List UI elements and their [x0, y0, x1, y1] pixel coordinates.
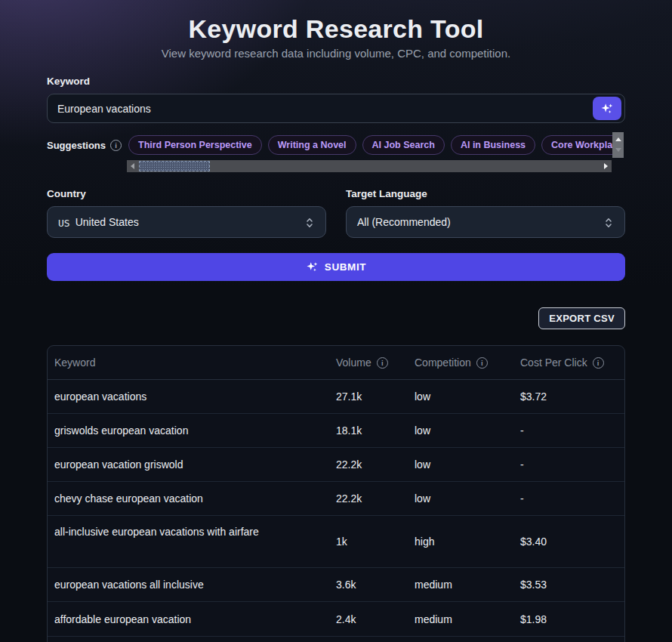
- table-row: griswolds european vacation18.1klow-: [48, 414, 624, 448]
- cell-cpc: $3.53: [513, 579, 624, 591]
- column-header: Keyword: [48, 356, 329, 369]
- cell-volume: 18.1k: [329, 424, 408, 437]
- suggestion-chip[interactable]: Writing a Novel: [268, 135, 356, 155]
- scroll-down-arrow-icon[interactable]: [615, 148, 621, 152]
- suggestions-horizontal-scrollbar[interactable]: [127, 160, 612, 172]
- suggestions-block: Suggestions i Third Person PerspectiveWr…: [47, 132, 625, 158]
- info-icon[interactable]: i: [476, 357, 488, 369]
- sparkles-icon: [600, 102, 614, 116]
- cell-keyword: european vacations: [48, 390, 329, 403]
- language-field: Target Language All (Recommended): [346, 188, 625, 238]
- export-row: EXPORT CSV: [47, 307, 625, 329]
- scroll-up-arrow-icon[interactable]: [615, 137, 621, 141]
- language-select[interactable]: All (Recommended): [346, 206, 625, 238]
- column-header-label: Volume: [336, 356, 371, 369]
- cell-competition: high: [408, 536, 513, 548]
- scroll-right-arrow-icon[interactable]: [604, 163, 608, 169]
- suggestion-chip[interactable]: AI Job Search: [362, 135, 445, 155]
- submit-button[interactable]: SUBMIT: [47, 253, 625, 281]
- scrollbar-thumb[interactable]: [139, 161, 210, 171]
- suggestion-chip[interactable]: Third Person Perspective: [128, 135, 262, 155]
- sparkles-icon: [306, 261, 319, 273]
- suggestions-label: Suggestions: [47, 140, 106, 151]
- suggestion-chip[interactable]: Core Workplace Values: [541, 135, 612, 155]
- cell-volume: 27.1k: [329, 390, 408, 403]
- keyword-label: Keyword: [47, 76, 625, 87]
- column-header-label: Competition: [415, 356, 471, 369]
- cell-competition: medium: [408, 613, 513, 625]
- table-row: european vacation griswold22.2klow-: [48, 448, 624, 482]
- cell-volume: 3.6k: [329, 579, 408, 591]
- cell-volume: 22.2k: [329, 492, 408, 505]
- cell-cpc: -: [513, 492, 624, 505]
- suggestions-vertical-scrollbar[interactable]: [612, 132, 624, 158]
- language-value: All (Recommended): [357, 216, 451, 228]
- language-label: Target Language: [346, 188, 625, 199]
- cell-keyword: griswolds european vacation: [48, 424, 329, 437]
- column-header: Volumei: [329, 356, 408, 369]
- cell-cpc: $3.40: [513, 536, 624, 548]
- cell-keyword: chevy chase european vacation: [48, 492, 329, 505]
- page-title: Keyword Research Tool: [47, 14, 625, 44]
- submit-label: SUBMIT: [325, 261, 366, 273]
- chevron-updown-icon: [603, 216, 615, 230]
- cell-keyword: european vacation griswold: [48, 458, 329, 471]
- cell-cpc: -: [513, 458, 624, 471]
- table-row: all-inclusive european vacations with ai…: [48, 516, 624, 568]
- country-value: United States: [76, 216, 139, 228]
- results-table: KeywordVolumeiCompetitioniCost Per Click…: [47, 345, 625, 642]
- cell-cpc: $1.98: [513, 613, 624, 625]
- table-body: european vacations27.1klow$3.72griswolds…: [48, 380, 624, 636]
- column-header: Cost Per Clicki: [513, 356, 624, 369]
- cell-cpc: -: [513, 424, 624, 437]
- selects-row: Country US United States Target Language…: [47, 188, 625, 238]
- page-subtitle: View keyword research data including vol…: [47, 47, 625, 60]
- export-csv-button[interactable]: EXPORT CSV: [538, 307, 625, 329]
- country-select[interactable]: US United States: [47, 206, 326, 238]
- suggestions-info-icon[interactable]: i: [110, 140, 122, 151]
- cell-competition: low: [408, 390, 513, 403]
- cell-keyword: european vacations all inclusive: [48, 579, 329, 591]
- country-label: Country: [47, 188, 326, 199]
- column-header: Competitioni: [408, 356, 513, 369]
- cell-keyword: all-inclusive european vacations with ai…: [48, 516, 329, 538]
- table-row: european vacations all inclusive3.6kmedi…: [48, 568, 624, 602]
- cell-competition: medium: [408, 579, 513, 591]
- table-row: affordable european vacation2.4kmedium$1…: [48, 602, 624, 636]
- chevron-updown-icon: [304, 216, 316, 230]
- scroll-left-arrow-icon[interactable]: [131, 163, 134, 169]
- cell-cpc: $3.72: [513, 390, 624, 403]
- cell-competition: low: [408, 492, 513, 505]
- suggestion-chip[interactable]: AI in Business: [451, 135, 535, 155]
- country-flag: US: [58, 218, 70, 229]
- table-row: chevy chase european vacation22.2klow-: [48, 482, 624, 516]
- table-row-partial: [48, 636, 624, 642]
- keyword-input[interactable]: [47, 94, 625, 123]
- column-header-label: Keyword: [54, 356, 95, 369]
- cell-volume: 2.4k: [329, 613, 408, 625]
- table-row: european vacations27.1klow$3.72: [48, 380, 624, 414]
- ai-generate-button[interactable]: [593, 97, 621, 120]
- table-header-row: KeywordVolumeiCompetitioniCost Per Click…: [48, 346, 624, 380]
- info-icon[interactable]: i: [377, 357, 388, 369]
- keyword-row: [47, 94, 625, 123]
- cell-competition: low: [408, 458, 513, 471]
- suggestions-label-group: Suggestions i: [47, 140, 128, 151]
- column-header-label: Cost Per Click: [520, 356, 587, 369]
- cell-competition: low: [408, 424, 513, 437]
- country-field: Country US United States: [47, 188, 326, 238]
- cell-volume: 22.2k: [329, 458, 408, 471]
- cell-keyword: affordable european vacation: [48, 613, 329, 625]
- suggestion-chips: Third Person PerspectiveWriting a NovelA…: [128, 135, 612, 155]
- cell-volume: 1k: [329, 536, 408, 548]
- info-icon[interactable]: i: [593, 357, 604, 369]
